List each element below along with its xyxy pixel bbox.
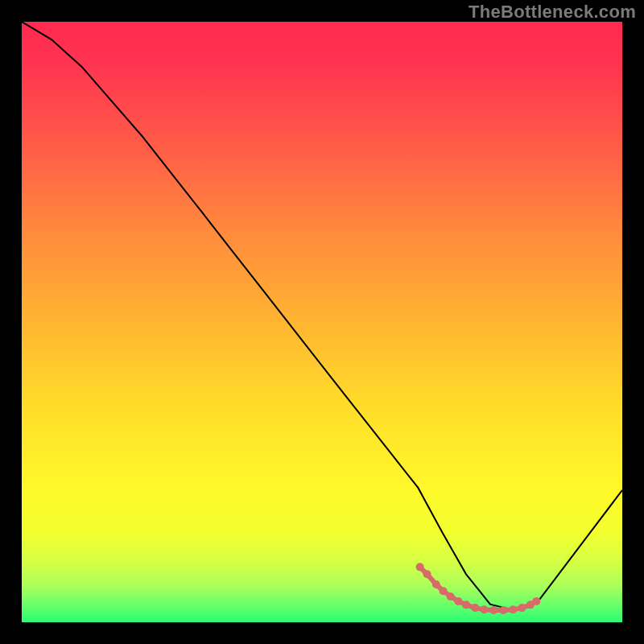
chart-page: TheBottleneck.com	[0, 0, 644, 644]
marker-dot	[489, 606, 497, 614]
marker-dot	[423, 570, 431, 578]
bottleneck-chart	[22, 22, 622, 622]
marker-dot	[499, 606, 507, 614]
chart-frame	[22, 22, 622, 622]
marker-dot	[454, 597, 462, 605]
marker-dot	[480, 605, 488, 613]
gradient-background	[22, 22, 622, 622]
marker-dot	[440, 587, 448, 595]
marker-dot	[518, 604, 526, 612]
marker-dot	[509, 605, 517, 613]
marker-dot	[416, 563, 424, 571]
marker-dot	[471, 604, 479, 612]
marker-dot	[462, 601, 470, 609]
marker-dot	[432, 580, 440, 588]
watermark-text: TheBottleneck.com	[469, 2, 636, 23]
marker-dot	[447, 592, 455, 601]
marker-dot	[532, 597, 540, 605]
